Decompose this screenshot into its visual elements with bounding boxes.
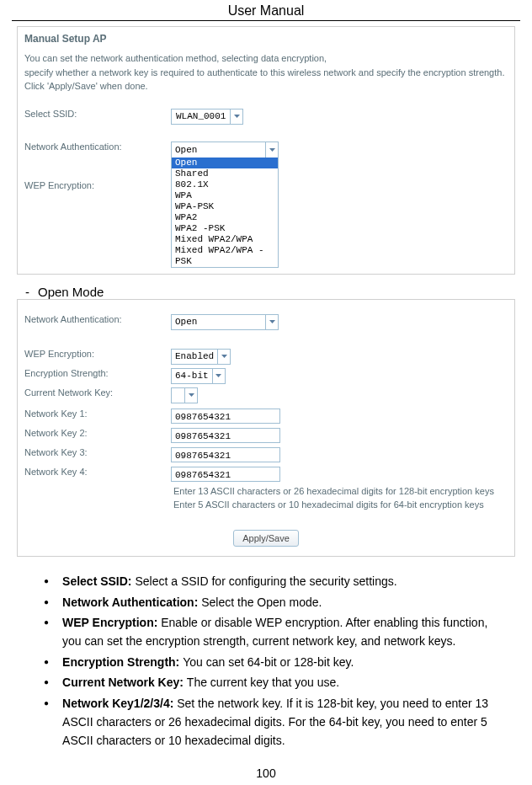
auth-option[interactable]: Mixed WPA2/WPA <box>172 234 278 245</box>
auth-options-list: Open Shared 802.1X WPA WPA-PSK WPA2 WPA2… <box>172 158 278 267</box>
current-key-label: Current Network Key: <box>24 387 171 403</box>
list-item: ● Encryption Strength: You can set 64-bi… <box>44 653 507 671</box>
auth-option[interactable]: Mixed WPA2/WPA -PSK <box>172 245 278 267</box>
section-heading: - Open Mode <box>25 285 515 299</box>
encryption-strength-select[interactable]: 64-bit <box>171 368 226 384</box>
ssid-select[interactable]: WLAN_0001 <box>171 109 243 125</box>
chevron-down-icon <box>212 369 225 383</box>
key-hint-64: Enter 5 ASCII characters or 10 hexadecim… <box>173 499 508 511</box>
wep-encryption-label: WEP Encryption: <box>24 180 171 190</box>
auth-option[interactable]: WPA <box>172 190 278 201</box>
bullet-term: Network Key1/2/3/4: <box>62 697 177 710</box>
auth-label: Network Authentication: <box>24 314 171 330</box>
bullet-icon: ● <box>44 593 49 611</box>
auth-option[interactable]: WPA-PSK <box>172 201 278 212</box>
bullet-icon: ● <box>44 673 49 692</box>
auth-option[interactable]: 802.1X <box>172 179 278 190</box>
chevron-down-icon <box>230 109 242 124</box>
wep-value: Enabled <box>172 351 217 361</box>
strength-label: Encryption Strength: <box>24 368 171 384</box>
bullet-term: Encryption Strength: <box>62 655 183 669</box>
bullet-icon: ● <box>44 653 49 671</box>
panel-title: Manual Setup AP <box>24 33 508 45</box>
key1-label: Network Key 1: <box>24 409 171 424</box>
bullet-desc: Select the Open mode. <box>201 595 322 609</box>
chevron-down-icon <box>265 315 278 329</box>
manual-setup-panel: Manual Setup AP You can set the network … <box>17 26 515 275</box>
desc-line: specify whether a network key is require… <box>24 66 508 80</box>
bullet-desc: The current key that you use. <box>187 676 339 689</box>
desc-line: You can set the network authentication m… <box>24 51 508 66</box>
bullet-icon: ● <box>44 572 49 590</box>
network-key-2-input[interactable]: 0987654321 <box>171 428 280 443</box>
apply-save-button[interactable]: Apply/Save <box>233 530 299 547</box>
page-number: 100 <box>0 766 532 780</box>
auth-option[interactable]: Open <box>172 158 278 168</box>
bullet-desc: Select a SSID for configuring the securi… <box>135 574 396 588</box>
auth-label: Network Authentication: <box>24 142 171 152</box>
bullet-term: WEP Encryption: <box>62 616 161 629</box>
desc-line: Click 'Apply/Save' when done. <box>24 79 508 93</box>
description-list: ● Select SSID: Select a SSID for configu… <box>44 572 507 750</box>
list-item: ● Current Network Key: The current key t… <box>44 673 507 692</box>
network-key-1-input[interactable]: 0987654321 <box>171 409 280 424</box>
ssid-value: WLAN_0001 <box>172 111 230 121</box>
bullet-desc: You can set 64-bit or 128-bit key. <box>183 655 354 669</box>
key2-label: Network Key 2: <box>24 428 171 443</box>
wep-label: WEP Encryption: <box>24 349 171 365</box>
list-item: ● Network Authentication: Select the Ope… <box>44 593 507 611</box>
auth-value: Open <box>172 317 265 327</box>
key4-label: Network Key 4: <box>24 467 171 482</box>
list-item: ● Network Key1/2/3/4: Set the network ke… <box>44 694 507 750</box>
list-item: ● Select SSID: Select a SSID for configu… <box>44 572 507 590</box>
page-header: User Manual <box>12 0 520 21</box>
section-title: Open Mode <box>38 285 104 299</box>
chevron-down-icon <box>265 142 278 158</box>
open-mode-panel: Network Authentication: Open WEP Encrypt… <box>17 299 515 558</box>
bullet-icon: ● <box>44 613 49 651</box>
key3-label: Network Key 3: <box>24 447 171 462</box>
chevron-down-icon <box>217 350 230 364</box>
network-key-3-input[interactable]: 0987654321 <box>171 447 280 462</box>
ssid-label: Select SSID: <box>24 109 171 125</box>
network-auth-dropdown-expanded[interactable]: Open Open Shared 802.1X WPA WPA-PSK WPA2… <box>171 142 279 268</box>
bullet-term: Select SSID: <box>62 574 135 588</box>
bullet-term: Current Network Key: <box>62 676 187 689</box>
list-item: ● WEP Encryption: Enable or disable WEP … <box>44 613 507 651</box>
bullet-icon: ● <box>44 694 49 750</box>
strength-value: 64-bit <box>172 371 212 381</box>
key-hint-128: Enter 13 ASCII characters or 26 hexadeci… <box>173 485 508 498</box>
current-network-key-select[interactable] <box>171 387 198 403</box>
chevron-down-icon <box>184 388 197 403</box>
dash-icon: - <box>25 285 29 299</box>
panel-description: You can set the network authentication m… <box>24 51 508 93</box>
network-auth-select[interactable]: Open <box>171 314 279 330</box>
auth-selected-value: Open <box>172 145 265 155</box>
auth-option[interactable]: WPA2 -PSK <box>172 223 278 234</box>
wep-encryption-select[interactable]: Enabled <box>171 349 231 365</box>
bullet-term: Network Authentication: <box>62 595 201 609</box>
auth-option[interactable]: WPA2 <box>172 212 278 223</box>
network-key-4-input[interactable]: 0987654321 <box>171 467 280 482</box>
auth-option[interactable]: Shared <box>172 168 278 179</box>
